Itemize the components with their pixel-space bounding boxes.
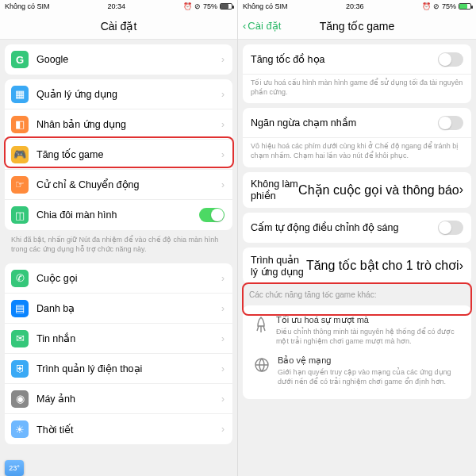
- camera-icon: ◉: [11, 390, 29, 408]
- chevron-left-icon: ‹: [243, 20, 246, 32]
- page-title: Cài đặt: [101, 20, 137, 33]
- title-bar: ‹Cài đặt Tăng tốc game: [238, 13, 476, 40]
- row-app-manager[interactable]: Trình quản lý ứng dụng Tăng tốc bật cho …: [243, 248, 471, 284]
- chevron-right-icon: ›: [221, 54, 225, 65]
- row-graphics-boost[interactable]: Tăng tốc đồ họa: [243, 44, 471, 75]
- row-label: Ngăn ngừa chạm nhầm: [251, 117, 438, 129]
- row-label: Trình quản lý ứng dụng: [251, 254, 306, 278]
- split-screen-hint: Khi đã bật, nhấn giữ Nút đa nhiệm để vào…: [0, 230, 237, 259]
- message-icon: ✉: [11, 330, 29, 347]
- back-label: Cài đặt: [248, 20, 281, 32]
- right-screenshot: Không có SIM 20:36 ⏰ ⊘ 75% ‹Cài đặt Tăng…: [238, 0, 476, 476]
- status-bar: Không có SIM 20:36 ⏰ ⊘ 75%: [238, 0, 476, 13]
- row-label: Thời tiết: [36, 424, 218, 436]
- row-call[interactable]: ✆ Cuộc gọi ›: [5, 263, 232, 294]
- row-split-screen[interactable]: ◫ Chia đôi màn hình: [5, 200, 232, 230]
- row-sub: Tăng tốc bật cho 1 trò chơi: [306, 258, 459, 273]
- row-label: Quản lý ứng dụng: [36, 88, 218, 100]
- row-label: Chia đôi màn hình: [36, 209, 199, 221]
- row-label: Tăng tốc đồ họa: [251, 53, 438, 65]
- battery-pct: 75%: [442, 2, 456, 10]
- clone-icon: ◧: [11, 116, 29, 133]
- toggle-prevent-touch[interactable]: [438, 116, 463, 130]
- row-label: Tăng tốc game: [36, 148, 218, 160]
- chevron-right-icon: ›: [221, 273, 225, 284]
- row-label: Danh bạ: [36, 302, 218, 314]
- chevron-right-icon: ›: [221, 149, 225, 160]
- other-features-head: Các chức năng tăng tốc game khác:: [238, 284, 476, 301]
- back-button[interactable]: ‹Cài đặt: [243, 20, 281, 32]
- row-game-boost[interactable]: 🎮 Tăng tốc game ›: [5, 140, 232, 170]
- chevron-right-icon: ›: [221, 179, 225, 190]
- alarm-icon: ⏰: [183, 2, 192, 10]
- battery-icon: [220, 3, 232, 10]
- title-bar: Cài đặt: [0, 13, 237, 40]
- feature-desc: Giới hạn quyền truy cập vào mạng của các…: [278, 367, 463, 386]
- row-label: Cấm tự động điều chỉnh độ sáng: [251, 221, 438, 233]
- battery-pct: 75%: [203, 2, 217, 10]
- feature-smooth: Tối ưu hoá sự mượt mà Điều chỉnh thông m…: [243, 310, 471, 351]
- weather-widget[interactable]: 23°: [5, 460, 24, 476]
- left-screenshot: Không có SIM 20:34 ⏰ ⊘ 75% Cài đặt G Goo…: [0, 0, 238, 476]
- chevron-right-icon: ›: [221, 363, 225, 374]
- row-label: Trình quản lý điện thoại: [36, 363, 218, 374]
- feature-title: Bảo vệ mạng: [278, 355, 463, 366]
- status-bar: Không có SIM 20:34 ⏰ ⊘ 75%: [0, 0, 237, 13]
- feature-network: Bảo vệ mạng Giới hạn quyền truy cập vào …: [243, 351, 471, 391]
- wifi-icon: ⊘: [194, 2, 201, 10]
- toggle-graphics[interactable]: [438, 52, 463, 67]
- row-prevent-touch[interactable]: Ngăn ngừa chạm nhầm: [243, 108, 471, 138]
- row-label: Google: [36, 54, 218, 65]
- chevron-right-icon: ›: [221, 393, 225, 405]
- feature-title: Tối ưu hoá sự mượt mà: [276, 315, 463, 325]
- chevron-right-icon: ›: [459, 259, 463, 273]
- row-sms[interactable]: ✉ Tin nhắn ›: [5, 324, 232, 354]
- row-label: Nhân bản ứng dụng: [36, 118, 218, 130]
- chevron-right-icon: ›: [221, 424, 225, 435]
- row-phone-manager[interactable]: ⛨ Trình quản lý điện thoại ›: [5, 354, 232, 384]
- row-dnd[interactable]: Không làm phiền Chặn cuộc gọi và thông b…: [243, 172, 471, 208]
- feature-desc: Điều chỉnh thông minh tài nguyên hệ thốn…: [276, 327, 463, 346]
- phone-icon: ✆: [11, 270, 29, 287]
- row-desc: Tối ưu hoá cấu hình màn hình game để sử …: [243, 75, 471, 103]
- shield-icon: ⛨: [11, 360, 29, 378]
- row-desc: Vô hiệu hoá các phím dưới cùng khi ở Chế…: [243, 138, 471, 167]
- chevron-right-icon: ›: [459, 182, 463, 197]
- row-gestures[interactable]: ☞ Cử chỉ & Chuyển động ›: [5, 170, 232, 200]
- status-time: 20:34: [107, 2, 125, 10]
- page-title: Tăng tốc game: [320, 20, 395, 33]
- row-label: Cuộc gọi: [36, 272, 218, 284]
- row-brightness-lock[interactable]: Cấm tự động điều chỉnh độ sáng: [243, 213, 471, 243]
- sim-status: Không có SIM: [243, 2, 288, 10]
- status-time: 20:36: [346, 2, 364, 10]
- battery-icon: [459, 3, 471, 10]
- row-label: Máy ảnh: [36, 393, 218, 405]
- row-camera[interactable]: ◉ Máy ảnh ›: [5, 384, 232, 414]
- row-sub: Chặn cuộc gọi và thông báo: [298, 182, 459, 198]
- rocket-icon: [254, 315, 268, 346]
- chevron-right-icon: ›: [221, 89, 225, 100]
- sim-status: Không có SIM: [5, 2, 50, 10]
- toggle-brightness[interactable]: [438, 221, 463, 235]
- gamepad-icon: 🎮: [11, 146, 29, 163]
- row-label: Cử chỉ & Chuyển động: [36, 178, 218, 190]
- apps-icon: ▦: [11, 86, 29, 103]
- row-contacts[interactable]: ▤ Danh bạ ›: [5, 294, 232, 324]
- chevron-right-icon: ›: [221, 119, 225, 130]
- weather-icon: ☀: [11, 420, 29, 438]
- row-label: Tin nhắn: [36, 332, 218, 344]
- row-clone-apps[interactable]: ◧ Nhân bản ứng dụng ›: [5, 109, 232, 140]
- chevron-right-icon: ›: [221, 333, 225, 344]
- chevron-right-icon: ›: [221, 303, 225, 314]
- row-weather[interactable]: ☀ Thời tiết ›: [5, 414, 232, 444]
- globe-icon: [254, 355, 270, 386]
- wifi-icon: ⊘: [433, 2, 440, 10]
- split-icon: ◫: [11, 206, 29, 224]
- google-icon: G: [11, 51, 29, 68]
- gesture-icon: ☞: [11, 176, 29, 194]
- toggle-split-screen[interactable]: [199, 208, 225, 222]
- row-app-management[interactable]: ▦ Quản lý ứng dụng ›: [5, 79, 232, 109]
- contacts-icon: ▤: [11, 300, 29, 317]
- alarm-icon: ⏰: [422, 2, 431, 10]
- row-google[interactable]: G Google ›: [5, 44, 232, 75]
